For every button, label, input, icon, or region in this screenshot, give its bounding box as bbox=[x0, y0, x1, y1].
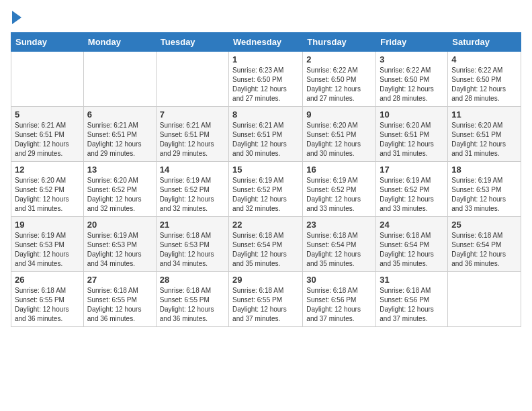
week-row-4: 19Sunrise: 6:19 AMSunset: 6:53 PMDayligh… bbox=[11, 217, 521, 272]
day-number: 3 bbox=[380, 54, 444, 64]
day-number: 2 bbox=[306, 54, 372, 64]
weekday-header-thursday: Thursday bbox=[303, 33, 376, 52]
day-number: 27 bbox=[87, 275, 152, 285]
day-info: Sunrise: 6:22 AMSunset: 6:50 PMDaylight:… bbox=[451, 66, 517, 103]
calendar-cell: 2Sunrise: 6:22 AMSunset: 6:50 PMDaylight… bbox=[303, 52, 376, 107]
day-info: Sunrise: 6:18 AMSunset: 6:54 PMDaylight:… bbox=[232, 231, 299, 269]
weekday-header-sunday: Sunday bbox=[11, 33, 84, 52]
weekday-header-friday: Friday bbox=[376, 33, 448, 52]
day-number: 5 bbox=[15, 109, 80, 120]
calendar-cell: 15Sunrise: 6:19 AMSunset: 6:52 PMDayligh… bbox=[229, 162, 303, 217]
calendar-cell: 9Sunrise: 6:20 AMSunset: 6:51 PMDaylight… bbox=[303, 107, 376, 162]
calendar-cell: 20Sunrise: 6:19 AMSunset: 6:53 PMDayligh… bbox=[83, 217, 156, 272]
calendar-cell: 10Sunrise: 6:20 AMSunset: 6:51 PMDayligh… bbox=[376, 107, 448, 162]
calendar-cell: 6Sunrise: 6:21 AMSunset: 6:51 PMDaylight… bbox=[83, 107, 156, 162]
day-info: Sunrise: 6:18 AMSunset: 6:54 PMDaylight:… bbox=[451, 231, 517, 269]
day-number: 18 bbox=[451, 165, 517, 175]
day-info: Sunrise: 6:21 AMSunset: 6:51 PMDaylight:… bbox=[232, 121, 299, 158]
day-number: 6 bbox=[87, 109, 152, 120]
day-number: 12 bbox=[15, 165, 80, 175]
calendar-cell: 22Sunrise: 6:18 AMSunset: 6:54 PMDayligh… bbox=[229, 217, 303, 272]
day-info: Sunrise: 6:19 AMSunset: 6:52 PMDaylight:… bbox=[160, 176, 225, 214]
calendar-cell: 27Sunrise: 6:18 AMSunset: 6:55 PMDayligh… bbox=[83, 272, 156, 327]
day-info: Sunrise: 6:21 AMSunset: 6:51 PMDaylight:… bbox=[15, 121, 80, 158]
week-row-1: 1Sunrise: 6:23 AMSunset: 6:50 PMDaylight… bbox=[11, 52, 521, 107]
calendar-cell: 24Sunrise: 6:18 AMSunset: 6:54 PMDayligh… bbox=[376, 217, 448, 272]
day-info: Sunrise: 6:18 AMSunset: 6:54 PMDaylight:… bbox=[306, 231, 372, 269]
calendar-cell: 19Sunrise: 6:19 AMSunset: 6:53 PMDayligh… bbox=[11, 217, 84, 272]
day-number: 17 bbox=[380, 165, 444, 175]
calendar-cell bbox=[156, 52, 228, 107]
day-info: Sunrise: 6:21 AMSunset: 6:51 PMDaylight:… bbox=[87, 121, 152, 158]
day-info: Sunrise: 6:20 AMSunset: 6:51 PMDaylight:… bbox=[306, 121, 372, 158]
calendar-cell: 13Sunrise: 6:20 AMSunset: 6:52 PMDayligh… bbox=[83, 162, 156, 217]
calendar-table: SundayMondayTuesdayWednesdayThursdayFrid… bbox=[11, 32, 521, 327]
day-info: Sunrise: 6:22 AMSunset: 6:50 PMDaylight:… bbox=[380, 66, 444, 103]
day-number: 23 bbox=[306, 220, 372, 230]
calendar-cell: 26Sunrise: 6:18 AMSunset: 6:55 PMDayligh… bbox=[11, 272, 84, 327]
calendar-cell: 11Sunrise: 6:20 AMSunset: 6:51 PMDayligh… bbox=[448, 107, 521, 162]
day-number: 11 bbox=[451, 109, 517, 120]
day-number: 16 bbox=[306, 165, 372, 175]
day-info: Sunrise: 6:18 AMSunset: 6:55 PMDaylight:… bbox=[15, 286, 80, 324]
day-info: Sunrise: 6:23 AMSunset: 6:50 PMDaylight:… bbox=[232, 66, 299, 103]
day-number: 25 bbox=[451, 220, 517, 230]
logo bbox=[11, 11, 21, 24]
day-info: Sunrise: 6:19 AMSunset: 6:53 PMDaylight:… bbox=[451, 176, 517, 214]
day-number: 13 bbox=[87, 165, 152, 175]
day-info: Sunrise: 6:18 AMSunset: 6:53 PMDaylight:… bbox=[160, 231, 225, 269]
day-info: Sunrise: 6:20 AMSunset: 6:51 PMDaylight:… bbox=[380, 121, 444, 158]
calendar-cell bbox=[83, 52, 156, 107]
day-info: Sunrise: 6:18 AMSunset: 6:55 PMDaylight:… bbox=[87, 286, 152, 324]
day-number: 20 bbox=[87, 220, 152, 230]
day-info: Sunrise: 6:20 AMSunset: 6:52 PMDaylight:… bbox=[87, 176, 152, 214]
calendar-cell: 1Sunrise: 6:23 AMSunset: 6:50 PMDaylight… bbox=[229, 52, 303, 107]
day-number: 26 bbox=[15, 275, 80, 285]
weekday-header-row: SundayMondayTuesdayWednesdayThursdayFrid… bbox=[11, 33, 521, 52]
day-number: 8 bbox=[232, 109, 299, 120]
calendar-cell: 17Sunrise: 6:19 AMSunset: 6:52 PMDayligh… bbox=[376, 162, 448, 217]
day-number: 30 bbox=[306, 275, 372, 285]
calendar-cell: 18Sunrise: 6:19 AMSunset: 6:53 PMDayligh… bbox=[448, 162, 521, 217]
calendar-cell: 8Sunrise: 6:21 AMSunset: 6:51 PMDaylight… bbox=[229, 107, 303, 162]
weekday-header-wednesday: Wednesday bbox=[229, 33, 303, 52]
day-number: 1 bbox=[232, 54, 299, 64]
day-number: 9 bbox=[306, 109, 372, 120]
week-row-3: 12Sunrise: 6:20 AMSunset: 6:52 PMDayligh… bbox=[11, 162, 521, 217]
day-number: 15 bbox=[232, 165, 299, 175]
calendar-cell: 14Sunrise: 6:19 AMSunset: 6:52 PMDayligh… bbox=[156, 162, 228, 217]
day-number: 21 bbox=[160, 220, 225, 230]
day-info: Sunrise: 6:18 AMSunset: 6:56 PMDaylight:… bbox=[380, 286, 444, 324]
day-number: 10 bbox=[380, 109, 444, 120]
calendar-cell: 28Sunrise: 6:18 AMSunset: 6:55 PMDayligh… bbox=[156, 272, 228, 327]
day-info: Sunrise: 6:19 AMSunset: 6:53 PMDaylight:… bbox=[15, 231, 80, 269]
day-info: Sunrise: 6:19 AMSunset: 6:52 PMDaylight:… bbox=[380, 176, 444, 214]
calendar-cell: 7Sunrise: 6:21 AMSunset: 6:51 PMDaylight… bbox=[156, 107, 228, 162]
day-info: Sunrise: 6:18 AMSunset: 6:54 PMDaylight:… bbox=[380, 231, 444, 269]
day-info: Sunrise: 6:19 AMSunset: 6:53 PMDaylight:… bbox=[87, 231, 152, 269]
header bbox=[11, 11, 521, 24]
day-info: Sunrise: 6:20 AMSunset: 6:52 PMDaylight:… bbox=[15, 176, 80, 214]
day-info: Sunrise: 6:18 AMSunset: 6:55 PMDaylight:… bbox=[232, 286, 299, 324]
calendar-cell: 29Sunrise: 6:18 AMSunset: 6:55 PMDayligh… bbox=[229, 272, 303, 327]
day-number: 4 bbox=[451, 54, 517, 64]
day-info: Sunrise: 6:22 AMSunset: 6:50 PMDaylight:… bbox=[306, 66, 372, 103]
weekday-header-saturday: Saturday bbox=[448, 33, 521, 52]
week-row-5: 26Sunrise: 6:18 AMSunset: 6:55 PMDayligh… bbox=[11, 272, 521, 327]
calendar-cell: 25Sunrise: 6:18 AMSunset: 6:54 PMDayligh… bbox=[448, 217, 521, 272]
calendar-cell: 31Sunrise: 6:18 AMSunset: 6:56 PMDayligh… bbox=[376, 272, 448, 327]
weekday-header-monday: Monday bbox=[83, 33, 156, 52]
day-number: 7 bbox=[160, 109, 225, 120]
day-info: Sunrise: 6:18 AMSunset: 6:55 PMDaylight:… bbox=[160, 286, 225, 324]
logo-arrow-icon bbox=[12, 11, 21, 24]
calendar-cell: 21Sunrise: 6:18 AMSunset: 6:53 PMDayligh… bbox=[156, 217, 228, 272]
day-info: Sunrise: 6:19 AMSunset: 6:52 PMDaylight:… bbox=[232, 176, 299, 214]
calendar-cell: 12Sunrise: 6:20 AMSunset: 6:52 PMDayligh… bbox=[11, 162, 84, 217]
day-info: Sunrise: 6:19 AMSunset: 6:52 PMDaylight:… bbox=[306, 176, 372, 214]
calendar-cell bbox=[11, 52, 84, 107]
calendar-cell: 4Sunrise: 6:22 AMSunset: 6:50 PMDaylight… bbox=[448, 52, 521, 107]
day-number: 24 bbox=[380, 220, 444, 230]
day-number: 29 bbox=[232, 275, 299, 285]
calendar-cell: 30Sunrise: 6:18 AMSunset: 6:56 PMDayligh… bbox=[303, 272, 376, 327]
day-info: Sunrise: 6:21 AMSunset: 6:51 PMDaylight:… bbox=[160, 121, 225, 158]
